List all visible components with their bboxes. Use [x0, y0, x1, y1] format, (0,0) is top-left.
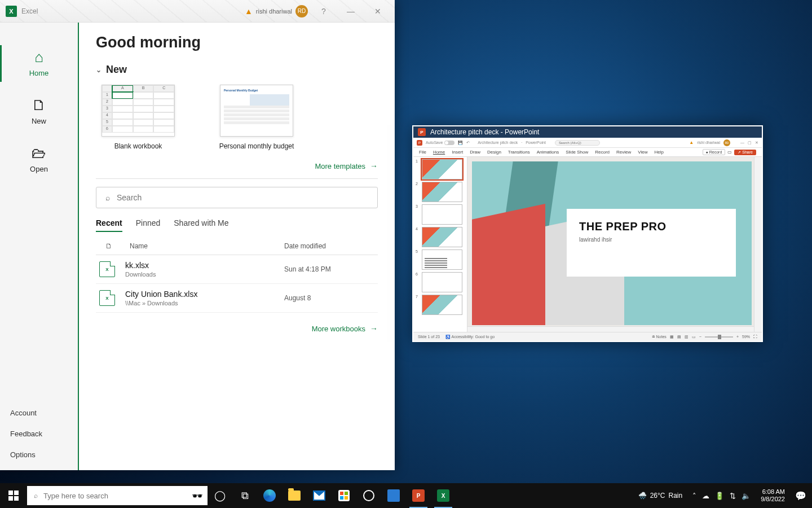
- slide-thumb[interactable]: 3: [416, 204, 465, 225]
- ribbon-tab-home[interactable]: Home: [433, 150, 445, 155]
- search-box[interactable]: ⌕: [96, 187, 378, 208]
- pp-close-button[interactable]: ✕: [755, 141, 758, 145]
- fit-window-button[interactable]: ⛶: [753, 335, 757, 339]
- taskbar-weather[interactable]: 🌧️ 26°C Rain: [634, 492, 687, 500]
- sidebar-new[interactable]: 🗋 New: [0, 87, 78, 135]
- tab-shared[interactable]: Shared with Me: [174, 218, 228, 232]
- search-icon: ⌕: [34, 492, 38, 500]
- zoom-level: 59%: [742, 335, 750, 339]
- record-button[interactable]: ● Record: [703, 149, 726, 155]
- autosave-toggle[interactable]: AutoSave: [426, 141, 454, 145]
- autosave-label: AutoSave: [426, 141, 443, 144]
- powerpoint-preview-window[interactable]: P Architecture pitch deck - PowerPoint P…: [412, 125, 763, 342]
- tray-network-icon[interactable]: ⇅: [730, 492, 736, 500]
- current-slide[interactable]: THE PREP PRO lawirahd ihsir: [472, 161, 752, 325]
- sidebar-account[interactable]: Account: [10, 409, 68, 417]
- taskbar-search[interactable]: ⌕ 🕶️: [27, 486, 208, 505]
- taskbar-app[interactable]: [381, 483, 406, 508]
- sidebar-open[interactable]: 🗁 Open: [0, 135, 78, 183]
- ribbon-tab-record[interactable]: Record: [595, 150, 610, 155]
- taskbar-settings[interactable]: [356, 483, 381, 508]
- undo-icon[interactable]: ↶: [466, 141, 470, 145]
- gear-icon: [363, 490, 374, 501]
- tray-chevron-up-icon[interactable]: ˄: [692, 492, 696, 500]
- pp-maximize-button[interactable]: ▢: [748, 141, 752, 145]
- app-icon: [387, 489, 400, 502]
- search-input[interactable]: [117, 193, 368, 202]
- taskbar-store[interactable]: [332, 483, 356, 508]
- file-tabs: Recent Pinned Shared with Me: [96, 218, 378, 232]
- taskbar-explorer[interactable]: [282, 483, 307, 508]
- view-sorter-icon[interactable]: ▤: [677, 335, 681, 339]
- sidebar-options[interactable]: Options: [10, 450, 68, 459]
- sidebar-feedback[interactable]: Feedback: [10, 430, 68, 438]
- pp-app-name: PowerPoint: [526, 141, 546, 144]
- zoom-slider[interactable]: [705, 336, 733, 338]
- weather-icon: 🌧️: [638, 492, 647, 500]
- more-templates-link[interactable]: More templates →: [96, 161, 378, 170]
- taskbar-clock[interactable]: 6:08 AM 9/8/2022: [756, 488, 789, 503]
- taskbar-powerpoint[interactable]: P: [406, 483, 431, 508]
- recent-file-row[interactable]: X City Union Bank.xlsx \\Mac » Downloads…: [96, 284, 378, 313]
- ribbon-tab-review[interactable]: Review: [616, 150, 631, 155]
- slide-thumb[interactable]: 2: [416, 182, 465, 202]
- tab-pinned[interactable]: Pinned: [136, 218, 161, 232]
- ribbon-tab-help[interactable]: Help: [655, 150, 664, 155]
- taskbar-mail[interactable]: [307, 483, 332, 508]
- user-avatar-icon: RD: [295, 5, 308, 17]
- save-icon[interactable]: 💾: [458, 141, 463, 145]
- tab-recent[interactable]: Recent: [96, 218, 122, 232]
- recent-file-row[interactable]: X kk.xlsx Downloads Sun at 4:18 PM: [96, 255, 378, 284]
- more-workbooks-label: More workbooks: [312, 325, 365, 333]
- titlebar-user[interactable]: ▲ rishi dhariwal RD: [245, 5, 308, 17]
- view-normal-icon[interactable]: ▦: [670, 335, 674, 339]
- system-tray[interactable]: ˄ ☁ 🔋 ⇅ 🔈: [687, 492, 756, 500]
- action-center-button[interactable]: 💬: [789, 491, 812, 501]
- slide-thumb[interactable]: 7: [416, 295, 465, 315]
- ribbon-tab-draw[interactable]: Draw: [470, 150, 480, 155]
- excel-titlebar: X Excel ▲ rishi dhariwal RD ? — ✕: [0, 0, 395, 23]
- taskbar-edge[interactable]: [257, 483, 282, 508]
- cortana-button[interactable]: ◯: [208, 483, 232, 508]
- close-button[interactable]: ✕: [367, 7, 389, 16]
- share-button[interactable]: ↗ Share: [734, 150, 756, 155]
- view-slideshow-icon[interactable]: ▭: [692, 335, 696, 339]
- slide-thumb[interactable]: 5: [416, 249, 465, 270]
- start-button[interactable]: [0, 483, 27, 508]
- taskbar-excel[interactable]: X: [431, 483, 456, 508]
- present-icon[interactable]: ▭: [727, 150, 732, 155]
- taskbar-search-input[interactable]: [43, 492, 201, 500]
- ribbon-tab-insert[interactable]: Insert: [452, 150, 463, 155]
- sidebar-home[interactable]: ⌂ Home: [0, 40, 78, 87]
- section-new-header[interactable]: ⌄ New: [96, 64, 378, 76]
- slide-thumb[interactable]: 6: [416, 272, 465, 292]
- tray-sound-icon[interactable]: 🔈: [742, 492, 751, 500]
- slide-counter: Slide 1 of 23: [418, 335, 440, 339]
- slide-thumbnails[interactable]: 1 2 3 4 5 6 7: [413, 157, 467, 332]
- minimize-button[interactable]: —: [339, 7, 362, 16]
- slide-thumb[interactable]: 1: [416, 159, 465, 179]
- template-personal-budget[interactable]: Personal Monthly Budget Personal monthly…: [214, 85, 299, 150]
- horizontal-scrollbar[interactable]: [467, 326, 754, 332]
- pp-search-input[interactable]: [555, 140, 600, 146]
- ribbon-tab-design[interactable]: Design: [487, 150, 501, 155]
- task-view-button[interactable]: ⧉: [232, 483, 257, 508]
- zoom-out-button[interactable]: −: [699, 335, 701, 339]
- ribbon-tab-view[interactable]: View: [638, 150, 647, 155]
- ribbon-tab-slideshow[interactable]: Slide Show: [566, 150, 588, 155]
- pp-minimize-button[interactable]: —: [740, 141, 744, 144]
- ribbon-tab-transitions[interactable]: Transitions: [508, 150, 530, 155]
- help-button[interactable]: ?: [312, 7, 335, 16]
- notes-button[interactable]: ≐ Notes: [652, 335, 667, 339]
- accessibility-status[interactable]: ♿ Accessibility: Good to go: [445, 335, 495, 339]
- more-workbooks-link[interactable]: More workbooks →: [96, 324, 378, 333]
- ribbon-tab-animations[interactable]: Animations: [537, 150, 559, 155]
- tray-battery-icon[interactable]: 🔋: [715, 492, 724, 500]
- ribbon-tab-file[interactable]: File: [419, 150, 426, 155]
- zoom-in-button[interactable]: +: [736, 335, 739, 339]
- slide-thumb[interactable]: 4: [416, 227, 465, 247]
- tray-onedrive-icon[interactable]: ☁: [702, 492, 709, 500]
- view-reading-icon[interactable]: ▥: [685, 335, 689, 339]
- vertical-scrollbar[interactable]: [754, 157, 762, 332]
- template-blank-workbook[interactable]: ABC 1 2 3 4 5 6 Blank workbook: [96, 85, 180, 150]
